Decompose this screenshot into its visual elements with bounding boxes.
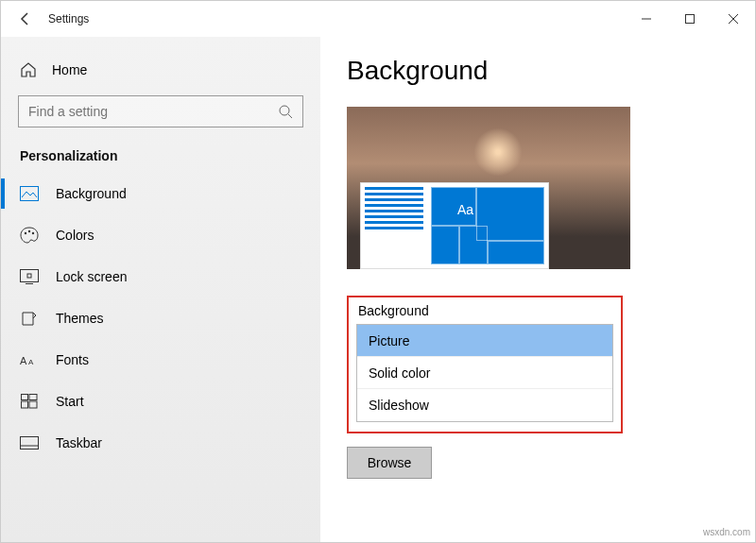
nav-list: Background Colors Lock screen Themes AA …: [1, 173, 320, 464]
section-title: Personalization: [1, 148, 320, 173]
sidebar-item-themes[interactable]: Themes: [1, 297, 320, 339]
svg-rect-10: [27, 274, 31, 278]
home-label: Home: [52, 62, 87, 77]
search-input[interactable]: [28, 104, 278, 119]
maximize-button[interactable]: [668, 1, 712, 37]
close-icon: [729, 14, 738, 24]
sidebar-item-fonts[interactable]: AA Fonts: [1, 339, 320, 381]
nav-label: Lock screen: [56, 269, 127, 284]
svg-rect-1: [686, 15, 695, 24]
svg-point-5: [25, 232, 26, 234]
themes-icon: [20, 310, 39, 327]
sidebar-item-start[interactable]: Start: [1, 381, 320, 422]
start-icon: [20, 394, 39, 409]
browse-label: Browse: [368, 455, 412, 470]
dropdown-label: Background: [356, 303, 613, 318]
sidebar-item-taskbar[interactable]: Taskbar: [1, 422, 320, 464]
window-controls: [625, 1, 755, 37]
preview-mock-tiles: Aa: [431, 187, 544, 264]
preview-mock-sidebar: [361, 183, 427, 268]
page-title: Background: [347, 56, 729, 86]
home-icon: [20, 61, 37, 78]
main-content: Background Aa: [320, 37, 755, 542]
sidebar: Home Personalization Background Colors: [1, 37, 320, 542]
preview-sun-icon: [470, 124, 526, 180]
nav-label: Background: [56, 186, 127, 201]
svg-rect-13: [22, 395, 28, 400]
dropdown-option-solidcolor[interactable]: Solid color: [357, 357, 612, 389]
nav-label: Taskbar: [56, 435, 102, 450]
close-button[interactable]: [712, 1, 755, 37]
fonts-icon: AA: [20, 352, 39, 367]
option-label: Picture: [369, 333, 410, 348]
taskbar-icon: [20, 436, 39, 450]
browse-button[interactable]: Browse: [347, 447, 432, 479]
nav-label: Start: [56, 394, 84, 409]
svg-rect-15: [22, 401, 28, 408]
sidebar-item-background[interactable]: Background: [1, 173, 320, 214]
arrow-left-icon: [18, 11, 33, 26]
nav-label: Fonts: [56, 352, 89, 367]
option-label: Solid color: [369, 365, 430, 381]
home-link[interactable]: Home: [1, 56, 320, 95]
option-label: Slideshow: [369, 398, 429, 413]
titlebar: Settings: [1, 1, 755, 37]
svg-point-6: [28, 230, 30, 232]
watermark: wsxdn.com: [703, 527, 750, 537]
palette-icon: [20, 227, 39, 244]
back-button[interactable]: [12, 11, 39, 26]
sidebar-item-lockscreen[interactable]: Lock screen: [1, 256, 320, 297]
background-dropdown-highlight: Background Picture Solid color Slideshow: [347, 296, 623, 433]
svg-rect-16: [29, 401, 37, 408]
lockscreen-icon: [20, 269, 39, 284]
dropdown-option-slideshow[interactable]: Slideshow: [357, 389, 612, 421]
picture-icon: [20, 186, 39, 201]
svg-rect-4: [21, 187, 39, 201]
search-box[interactable]: [18, 95, 303, 127]
nav-label: Colors: [56, 228, 94, 243]
svg-rect-8: [21, 270, 39, 282]
svg-text:A: A: [28, 358, 34, 366]
sidebar-item-colors[interactable]: Colors: [1, 214, 320, 256]
minimize-icon: [642, 14, 651, 24]
svg-rect-17: [21, 437, 39, 450]
maximize-icon: [685, 14, 695, 24]
preview-mock-window: Aa: [360, 182, 549, 269]
dropdown-option-picture[interactable]: Picture: [357, 325, 612, 357]
minimize-button[interactable]: [625, 1, 668, 37]
background-preview: Aa: [347, 107, 630, 269]
nav-label: Themes: [56, 311, 104, 326]
search-icon: [278, 104, 293, 119]
svg-text:A: A: [20, 355, 27, 366]
window-body: Home Personalization Background Colors: [1, 37, 755, 542]
svg-point-7: [32, 232, 34, 234]
settings-window: Settings Home Personalization: [0, 0, 756, 543]
background-dropdown[interactable]: Picture Solid color Slideshow: [356, 324, 613, 422]
svg-point-2: [280, 106, 289, 115]
svg-rect-14: [29, 395, 37, 400]
svg-line-3: [288, 114, 292, 118]
window-title: Settings: [48, 12, 625, 25]
